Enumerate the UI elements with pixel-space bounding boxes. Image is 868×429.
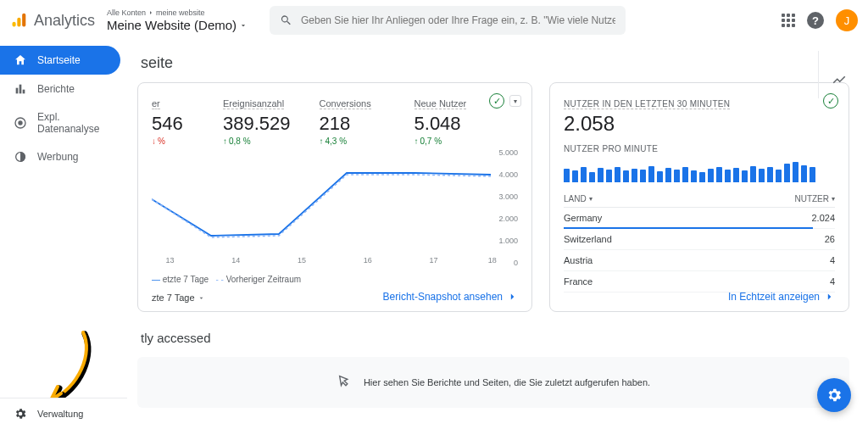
line-chart: 5.000 4.000 3.000 2.000 1.000 0 13 14 15… [152, 153, 518, 263]
chart-legend: — etzte 7 Tage - - Vorheriger Zeitraum [152, 275, 518, 284]
recently-accessed-empty: Hier sehen Sie Berichte und Seiten, die … [137, 357, 849, 408]
header: Analytics Alle Konten meine website Mein… [0, 0, 868, 41]
apps-icon[interactable] [782, 14, 795, 27]
svg-rect-3 [16, 88, 19, 94]
sidebar-item-label: Berichte [37, 83, 75, 95]
product-logo[interactable]: Analytics [10, 11, 95, 30]
col-country[interactable]: LAND ▾ [564, 194, 593, 203]
col-users[interactable]: NUTZER ▾ [794, 194, 835, 203]
chevron-down-icon [198, 294, 205, 302]
realtime-table-header: LAND ▾ NUTZER ▾ [564, 194, 835, 208]
sidebar-item-explore[interactable]: Expl. Datenanalyse [0, 103, 120, 142]
sidebar-item-label: Expl. Datenanalyse [37, 111, 107, 135]
property-picker[interactable]: Alle Konten meine website Meine Website … [107, 8, 251, 32]
breadcrumb: Alle Konten meine website [107, 8, 251, 17]
search-input[interactable] [301, 14, 615, 26]
sidebar-item-advertising[interactable]: Werbung [0, 142, 120, 171]
bar-chart-icon [14, 82, 27, 96]
help-icon[interactable]: ? [807, 12, 824, 29]
cursor-click-icon [337, 373, 355, 392]
svg-point-7 [19, 121, 22, 125]
insights-fab[interactable] [817, 378, 851, 412]
check-icon: ✓ [823, 93, 838, 109]
metric-new-users[interactable]: Neue Nutzer 5.048 ↑0,7 % [415, 95, 481, 146]
check-icon: ✓ [489, 93, 504, 109]
arrow-right-icon [823, 291, 835, 303]
realtime-permin-label: NUTZER PRO MINUTE [564, 144, 835, 153]
sidebar-item-label: Startseite [37, 54, 81, 66]
view-snapshot-link[interactable]: Bericht-Snapshot ansehen [383, 291, 518, 303]
per-minute-bar-chart [564, 159, 835, 182]
analytics-logo-icon [10, 11, 27, 30]
home-icon [14, 53, 27, 67]
realtime-users-value: 2.058 [564, 112, 835, 136]
metric-events[interactable]: Ereignisanzahl 389.529 ↑0,8 % [223, 95, 291, 146]
view-realtime-link[interactable]: In Echtzeit anzeigen [728, 291, 835, 303]
table-row[interactable]: Germany2.024 [564, 208, 835, 229]
page-title: seite [141, 54, 849, 72]
svg-rect-1 [17, 18, 20, 27]
arrow-right-icon [506, 291, 518, 303]
svg-rect-2 [22, 14, 25, 27]
main-content: seite ✓ ▾ er 546 ↓% Ereignisanzahl 389.5… [125, 46, 868, 429]
gear-icon [14, 407, 27, 421]
search-icon [280, 14, 292, 27]
sidebar-item-home[interactable]: Startseite [0, 46, 120, 75]
sidebar-item-admin[interactable]: Verwaltung [0, 398, 127, 429]
explore-icon [14, 116, 27, 130]
card-menu-button[interactable]: ▾ [509, 95, 521, 107]
svg-rect-5 [23, 90, 25, 94]
insights-toggle[interactable] [829, 70, 849, 90]
megaphone-icon [14, 150, 27, 164]
metric-conversions[interactable]: Conversions 218 ↑4,3 % [320, 95, 386, 146]
svg-rect-0 [12, 22, 15, 27]
sidebar-item-label: Verwaltung [37, 409, 83, 419]
gear-sparkle-icon [826, 387, 843, 404]
realtime-users-label: NUTZER IN DEN LETZTEN 30 MINUTEN [564, 99, 730, 109]
svg-rect-4 [19, 85, 22, 94]
table-row[interactable]: Switzerland26 [564, 229, 835, 250]
product-name: Analytics [34, 12, 95, 30]
search-bar[interactable] [270, 6, 626, 35]
chevron-down-icon [239, 21, 248, 30]
sidebar-item-label: Werbung [37, 151, 78, 163]
table-row[interactable]: France4 [564, 271, 835, 292]
recently-accessed-title: tly accessed [141, 331, 849, 345]
metric-users[interactable]: er 546 ↓% [152, 95, 194, 146]
overview-card: ✓ ▾ er 546 ↓% Ereignisanzahl 389.529 ↑0,… [137, 82, 532, 312]
sidebar: Startseite Berichte Expl. Datenanalyse W… [0, 46, 125, 171]
avatar[interactable]: J [836, 9, 858, 31]
realtime-card: ✓ NUTZER IN DEN LETZTEN 30 MINUTEN 2.058… [549, 82, 849, 312]
sidebar-item-reports[interactable]: Berichte [0, 75, 120, 103]
table-row[interactable]: Austria4 [564, 250, 835, 271]
sparkline-icon [832, 72, 847, 87]
